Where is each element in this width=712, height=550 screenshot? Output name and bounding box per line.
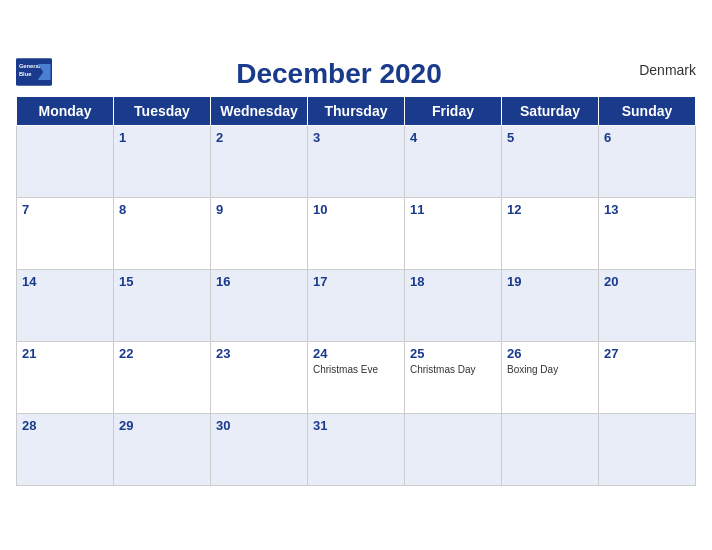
- table-row: [599, 414, 696, 486]
- header-monday: Monday: [17, 97, 114, 126]
- day-number: 7: [22, 202, 108, 217]
- table-row: 5: [502, 126, 599, 198]
- day-number: 29: [119, 418, 205, 433]
- table-row: 6: [599, 126, 696, 198]
- day-number: 27: [604, 346, 690, 361]
- day-number: 21: [22, 346, 108, 361]
- day-number: 1: [119, 130, 205, 145]
- table-row: 11: [405, 198, 502, 270]
- holiday-name: Boxing Day: [507, 363, 593, 376]
- day-number: 22: [119, 346, 205, 361]
- day-number: 20: [604, 274, 690, 289]
- table-row: 10: [308, 198, 405, 270]
- weekday-header-row: Monday Tuesday Wednesday Thursday Friday…: [17, 97, 696, 126]
- holiday-name: Christmas Eve: [313, 363, 399, 376]
- day-number: 16: [216, 274, 302, 289]
- header-saturday: Saturday: [502, 97, 599, 126]
- table-row: 23: [211, 342, 308, 414]
- calendar-wrapper: General Blue December 2020 Denmark Monda…: [0, 48, 712, 502]
- calendar-week-row: 78910111213: [17, 198, 696, 270]
- header-sunday: Sunday: [599, 97, 696, 126]
- calendar-week-row: 123456: [17, 126, 696, 198]
- header-wednesday: Wednesday: [211, 97, 308, 126]
- table-row: 22: [114, 342, 211, 414]
- generalblue-logo-icon: General Blue: [16, 58, 52, 86]
- svg-text:Blue: Blue: [19, 71, 31, 77]
- table-row: 12: [502, 198, 599, 270]
- day-number: 12: [507, 202, 593, 217]
- day-number: 8: [119, 202, 205, 217]
- calendar-week-row: 14151617181920: [17, 270, 696, 342]
- table-row: 30: [211, 414, 308, 486]
- day-number: 14: [22, 274, 108, 289]
- header-tuesday: Tuesday: [114, 97, 211, 126]
- table-row: 28: [17, 414, 114, 486]
- day-number: 23: [216, 346, 302, 361]
- logo-area: General Blue: [16, 58, 52, 86]
- calendar-week-row: 21222324Christmas Eve25Christmas Day26Bo…: [17, 342, 696, 414]
- day-number: 10: [313, 202, 399, 217]
- header-thursday: Thursday: [308, 97, 405, 126]
- table-row: 8: [114, 198, 211, 270]
- day-number: 30: [216, 418, 302, 433]
- day-number: 4: [410, 130, 496, 145]
- table-row: 19: [502, 270, 599, 342]
- day-number: 2: [216, 130, 302, 145]
- day-number: 5: [507, 130, 593, 145]
- day-number: 25: [410, 346, 496, 361]
- calendar-table: Monday Tuesday Wednesday Thursday Friday…: [16, 96, 696, 486]
- table-row: 20: [599, 270, 696, 342]
- table-row: 25Christmas Day: [405, 342, 502, 414]
- day-number: 9: [216, 202, 302, 217]
- country-label: Denmark: [626, 58, 696, 78]
- day-number: 13: [604, 202, 690, 217]
- table-row: 15: [114, 270, 211, 342]
- table-row: 4: [405, 126, 502, 198]
- table-row: 13: [599, 198, 696, 270]
- table-row: 7: [17, 198, 114, 270]
- day-number: 3: [313, 130, 399, 145]
- day-number: 17: [313, 274, 399, 289]
- calendar-body: 123456789101112131415161718192021222324C…: [17, 126, 696, 486]
- calendar-title: December 2020: [52, 58, 626, 90]
- table-row: 31: [308, 414, 405, 486]
- day-number: 31: [313, 418, 399, 433]
- table-row: 21: [17, 342, 114, 414]
- day-number: 26: [507, 346, 593, 361]
- calendar-week-row: 28293031: [17, 414, 696, 486]
- table-row: [502, 414, 599, 486]
- day-number: 11: [410, 202, 496, 217]
- day-number: 18: [410, 274, 496, 289]
- svg-text:General: General: [19, 63, 41, 69]
- table-row: 3: [308, 126, 405, 198]
- table-row: 9: [211, 198, 308, 270]
- table-row: [17, 126, 114, 198]
- table-row: 27: [599, 342, 696, 414]
- table-row: 24Christmas Eve: [308, 342, 405, 414]
- day-number: 24: [313, 346, 399, 361]
- day-number: 15: [119, 274, 205, 289]
- day-number: 19: [507, 274, 593, 289]
- table-row: 1: [114, 126, 211, 198]
- table-row: 16: [211, 270, 308, 342]
- holiday-name: Christmas Day: [410, 363, 496, 376]
- table-row: 26Boxing Day: [502, 342, 599, 414]
- table-row: 29: [114, 414, 211, 486]
- day-number: 6: [604, 130, 690, 145]
- table-row: 2: [211, 126, 308, 198]
- table-row: 14: [17, 270, 114, 342]
- day-number: 28: [22, 418, 108, 433]
- table-row: 17: [308, 270, 405, 342]
- calendar-header: General Blue December 2020 Denmark: [16, 58, 696, 90]
- header-friday: Friday: [405, 97, 502, 126]
- table-row: [405, 414, 502, 486]
- table-row: 18: [405, 270, 502, 342]
